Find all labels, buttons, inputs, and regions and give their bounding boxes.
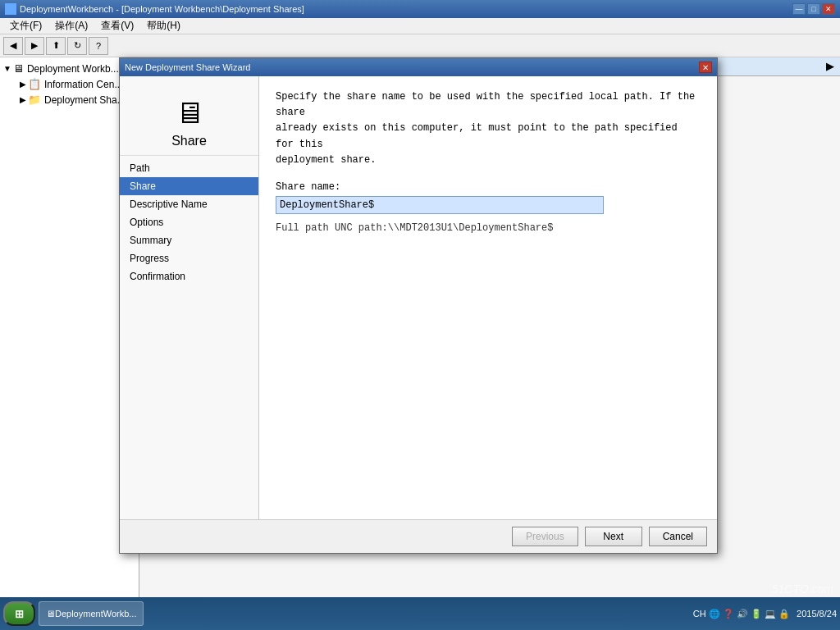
menu-help[interactable]: 帮助(H) — [140, 17, 187, 34]
tree-root[interactable]: ▼ 🖥 Deployment Workb... — [0, 61, 139, 76]
toolbar-refresh[interactable]: ↻ — [67, 37, 87, 55]
toolbar-help[interactable]: ? — [89, 37, 108, 55]
title-bar-buttons: — □ ✕ — [792, 3, 835, 15]
dialog-icon-section: 🖥 Share — [120, 83, 258, 156]
dialog-nav-items: Path Share Descriptive Name Options Summ… — [120, 159, 258, 285]
taskbar-app-label: DeploymentWorkb... — [55, 609, 136, 619]
menu-bar: 文件(F) 操作(A) 查看(V) 帮助(H) — [0, 18, 840, 34]
toolbar: ◀ ▶ ⬆ ↻ ? — [0, 34, 840, 57]
maximize-button[interactable]: □ — [807, 3, 820, 15]
tree-info-icon: 📋 — [28, 78, 41, 90]
taskbar-date: 2015/8/24 — [797, 609, 837, 619]
taskbar-app-icon: 🖥 — [46, 609, 55, 619]
cancel-button[interactable]: Cancel — [649, 527, 707, 546]
app-icon — [5, 3, 16, 15]
dialog-icon-title: Share — [171, 134, 207, 148]
menu-file[interactable]: 文件(F) — [3, 17, 48, 34]
previous-button[interactable]: Previous — [512, 527, 578, 546]
taskbar: ⊞ 🖥 DeploymentWorkb... CH 🌐 ❓ 🔊 🔋 💻 🔒 20… — [0, 597, 840, 630]
title-bar-text: DeploymentWorkbench - [Deployment Workbe… — [20, 4, 792, 14]
dialog-footer: Previous Next Cancel — [120, 519, 717, 553]
dialog-title-bar: New Deployment Share Wizard ✕ — [120, 58, 717, 76]
dialog-pc-icon: 🖥 — [175, 96, 204, 130]
menu-action[interactable]: 操作(A) — [48, 17, 94, 34]
dialog: New Deployment Share Wizard ✕ 🖥 Share Pa… — [119, 57, 718, 554]
watermark: 51CTO.com — [772, 582, 833, 596]
nav-item-share[interactable]: Share — [120, 177, 258, 195]
dialog-body: 🖥 Share Path Share Descriptive Name Opti… — [120, 76, 717, 519]
dialog-desc-line1: Specify the share name to be used with t… — [276, 89, 701, 121]
close-button[interactable]: ✕ — [822, 3, 835, 15]
nav-item-options[interactable]: Options — [120, 213, 258, 231]
dialog-content: Specify the share name to be used with t… — [259, 76, 717, 519]
toolbar-back[interactable]: ◀ — [3, 37, 23, 55]
dialog-desc-line2: already exists on this computer, it must… — [276, 121, 701, 152]
nav-item-descriptive-name[interactable]: Descriptive Name — [120, 195, 258, 213]
share-name-input[interactable] — [276, 196, 604, 214]
tree-root-label: Deployment Workb... — [27, 63, 119, 75]
dialog-close-button[interactable]: ✕ — [699, 62, 712, 73]
full-path-display: Full path UNC path:\\MDT2013U1\Deploymen… — [276, 222, 701, 234]
tree-info-arrow: ▶ — [20, 80, 26, 89]
expand-icon[interactable]: ▶ — [826, 61, 833, 72]
tree-deployment-arrow: ▶ — [20, 95, 26, 104]
tree-info-label: Information Cen... — [44, 79, 122, 90]
toolbar-forward[interactable]: ▶ — [25, 37, 44, 55]
tree-item-deployment[interactable]: ▶ 📁 Deployment Sha... — [0, 92, 139, 107]
taskbar-app-deployment[interactable]: 🖥 DeploymentWorkb... — [39, 601, 144, 626]
title-bar: DeploymentWorkbench - [Deployment Workbe… — [0, 0, 840, 18]
menu-view[interactable]: 查看(V) — [94, 17, 140, 34]
minimize-button[interactable]: — — [792, 3, 806, 15]
tree-root-arrow: ▼ — [3, 64, 11, 73]
next-button[interactable]: Next — [585, 527, 642, 546]
toolbar-up[interactable]: ⬆ — [46, 37, 66, 55]
dialog-nav: 🖥 Share Path Share Descriptive Name Opti… — [120, 76, 259, 519]
taskbar-right: CH 🌐 ❓ 🔊 🔋 💻 🔒 2015/8/24 — [693, 609, 837, 619]
dialog-description: Specify the share name to be used with t… — [276, 89, 701, 168]
nav-item-path[interactable]: Path — [120, 159, 258, 177]
dialog-title-text: New Deployment Share Wizard — [125, 62, 699, 72]
nav-item-summary[interactable]: Summary — [120, 231, 258, 249]
tree-deployment-icon: 📁 — [28, 94, 41, 106]
nav-item-progress[interactable]: Progress — [120, 249, 258, 267]
dialog-desc-line3: deployment share. — [276, 153, 701, 168]
tree-root-icon: 🖥 — [13, 62, 24, 75]
windows-logo: ⊞ — [15, 608, 24, 620]
start-button[interactable]: ⊞ — [3, 601, 35, 626]
tree-deployment-label: Deployment Sha... — [44, 94, 126, 106]
share-name-label: Share name: — [276, 181, 701, 193]
nav-item-confirmation[interactable]: Confirmation — [120, 267, 258, 285]
tree-item-info[interactable]: ▶ 📋 Information Cen... — [0, 76, 139, 92]
taskbar-icons: CH 🌐 ❓ 🔊 🔋 💻 🔒 — [693, 609, 790, 619]
